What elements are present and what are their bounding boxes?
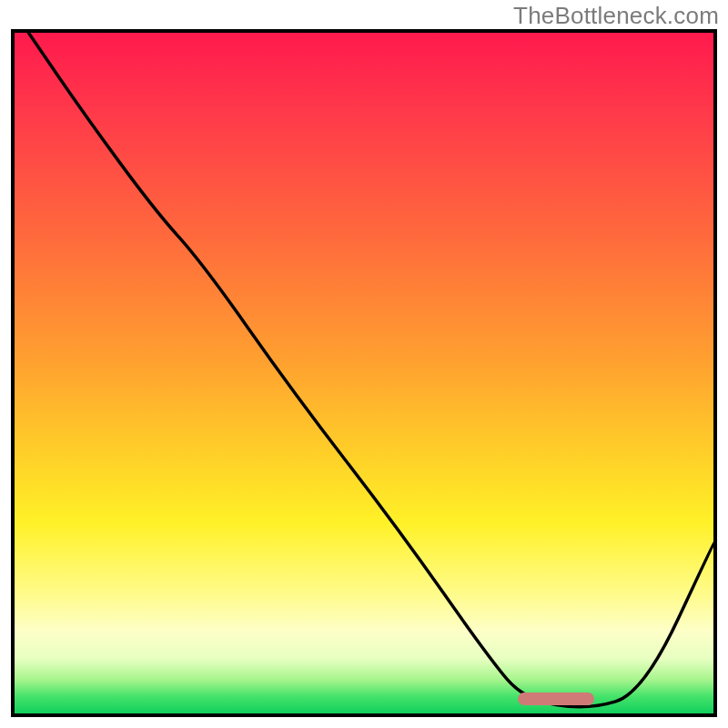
bottleneck-curve [28, 33, 713, 707]
curve-overlay [15, 33, 713, 713]
bottleneck-chart: TheBottleneck.com [0, 0, 728, 728]
plot-frame [11, 29, 717, 717]
watermark-label: TheBottleneck.com [513, 2, 719, 30]
optimal-marker [518, 693, 594, 705]
